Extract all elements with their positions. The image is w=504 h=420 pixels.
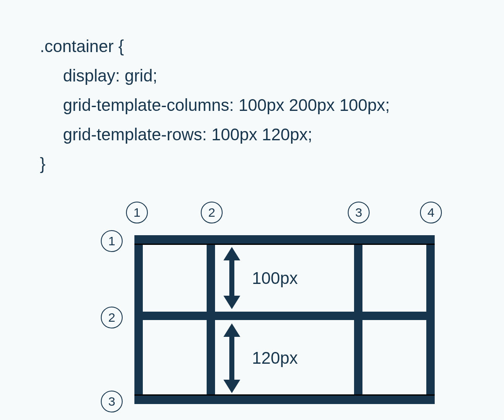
column-line-2-badge: 2 (201, 202, 223, 223)
row-2-height-arrow (223, 323, 240, 393)
row-line-2-badge: 2 (101, 307, 123, 328)
row-line-3-badge: 3 (101, 391, 123, 412)
row-line-1-badge: 1 (101, 230, 123, 252)
code-line: grid-template-columns: 100px 200px 100px… (40, 90, 390, 120)
code-line: .container { (40, 32, 390, 61)
css-code-block: .container { display: grid; grid-templat… (40, 32, 390, 178)
column-line-4-badge: 4 (420, 202, 442, 223)
row-2-height-label: 120px (252, 349, 298, 368)
code-line: } (40, 149, 390, 178)
row-1-height-arrow (223, 247, 240, 309)
row-1-height-label: 100px (252, 269, 298, 288)
code-line: grid-template-rows: 100px 120px; (40, 120, 390, 149)
grid-diagram (134, 235, 435, 404)
grid-top-edge (134, 235, 435, 244)
column-line-1-badge: 1 (126, 202, 148, 223)
grid-bottom-edge (134, 396, 435, 404)
column-line-3-badge: 3 (348, 202, 370, 223)
grid-strip (134, 244, 435, 245)
grid-strip (134, 394, 435, 396)
code-line: display: grid; (40, 61, 390, 90)
grid-row-line-2 (134, 312, 435, 320)
